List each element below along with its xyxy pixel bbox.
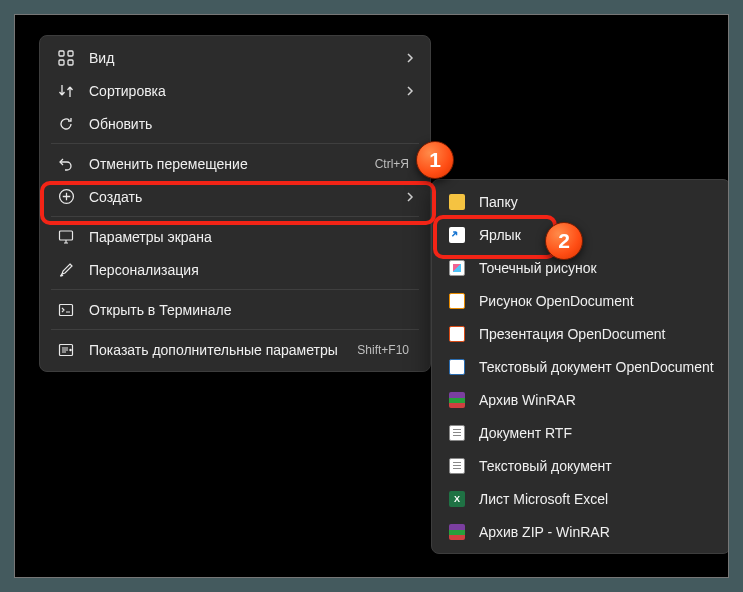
submenu-item-xlsx[interactable]: X Лист Microsoft Excel [437,482,725,515]
menu-item-refresh[interactable]: Обновить [45,107,425,140]
brush-icon [57,261,75,279]
menu-item-label: Вид [75,50,405,66]
submenu-item-label: Архив WinRAR [465,392,715,408]
submenu-item-label: Документ RTF [465,425,715,441]
svg-rect-1 [68,51,73,56]
submenu-item-label: Текстовый документ OpenDocument [465,359,715,375]
submenu-item-odg[interactable]: Рисунок OpenDocument [437,284,725,317]
separator [51,289,419,290]
context-menu-main: Вид Сортировка Обновить [39,35,431,372]
bitmap-icon [449,260,465,276]
opendocument-drawing-icon [449,293,465,309]
winrar-icon [449,392,465,408]
submenu-item-label: Лист Microsoft Excel [465,491,715,507]
separator [51,329,419,330]
menu-item-open-terminal[interactable]: Открыть в Терминале [45,293,425,326]
opendocument-text-icon [449,359,465,375]
submenu-item-label: Архив ZIP - WinRAR [465,524,715,540]
menu-item-display-settings[interactable]: Параметры экрана [45,220,425,253]
svg-rect-0 [59,51,64,56]
chevron-right-icon [405,86,415,96]
svg-rect-3 [68,60,73,65]
menu-item-label: Отменить перемещение [75,156,375,172]
submenu-item-rtf[interactable]: Документ RTF [437,416,725,449]
submenu-item-txt[interactable]: Текстовый документ [437,449,725,482]
plus-circle-icon [57,188,75,206]
step-badge-2: 2 [545,222,583,260]
refresh-icon [57,115,75,133]
svg-rect-6 [60,304,73,315]
shortcut-text: Shift+F10 [357,343,415,357]
menu-item-label: Параметры экрана [75,229,415,245]
submenu-item-folder[interactable]: Папку [437,185,725,218]
submenu-item-odt[interactable]: Текстовый документ OpenDocument [437,350,725,383]
submenu-item-label: Точечный рисунок [465,260,715,276]
menu-item-view[interactable]: Вид [45,41,425,74]
excel-icon: X [449,491,465,507]
submenu-item-label: Папку [465,194,715,210]
menu-item-new[interactable]: Создать [45,180,425,213]
submenu-item-label: Презентация OpenDocument [465,326,715,342]
menu-item-label: Показать дополнительные параметры [75,342,357,358]
svg-rect-2 [59,60,64,65]
shortcut-text: Ctrl+Я [375,157,415,171]
menu-item-label: Персонализация [75,262,415,278]
svg-rect-5 [60,231,73,240]
terminal-icon [57,301,75,319]
undo-icon [57,155,75,173]
menu-item-undo-move[interactable]: Отменить перемещение Ctrl+Я [45,147,425,180]
monitor-icon [57,228,75,246]
menu-item-label: Создать [75,189,405,205]
submenu-item-bitmap[interactable]: Точечный рисунок [437,251,725,284]
submenu-item-zip[interactable]: Архив ZIP - WinRAR [437,515,725,548]
opendocument-presentation-icon [449,326,465,342]
submenu-item-label: Ярлык [465,227,715,243]
submenu-item-label: Рисунок OpenDocument [465,293,715,309]
svg-point-8 [70,349,71,350]
step-badge-1: 1 [416,141,454,179]
menu-item-label: Обновить [75,116,415,132]
menu-item-sort[interactable]: Сортировка [45,74,425,107]
rtf-icon [449,425,465,441]
zip-icon [449,524,465,540]
more-options-icon [57,341,75,359]
submenu-item-odp[interactable]: Презентация OpenDocument [437,317,725,350]
chevron-right-icon [405,53,415,63]
menu-item-label: Сортировка [75,83,405,99]
submenu-item-rar[interactable]: Архив WinRAR [437,383,725,416]
separator [51,143,419,144]
text-file-icon [449,458,465,474]
shortcut-icon [449,227,465,243]
menu-item-label: Открыть в Терминале [75,302,415,318]
folder-icon [449,194,465,210]
desktop-background: Вид Сортировка Обновить [14,14,729,578]
menu-item-more-options[interactable]: Показать дополнительные параметры Shift+… [45,333,425,366]
chevron-right-icon [405,192,415,202]
separator [51,216,419,217]
submenu-item-label: Текстовый документ [465,458,715,474]
menu-item-personalize[interactable]: Персонализация [45,253,425,286]
grid-icon [57,49,75,67]
sort-icon [57,82,75,100]
